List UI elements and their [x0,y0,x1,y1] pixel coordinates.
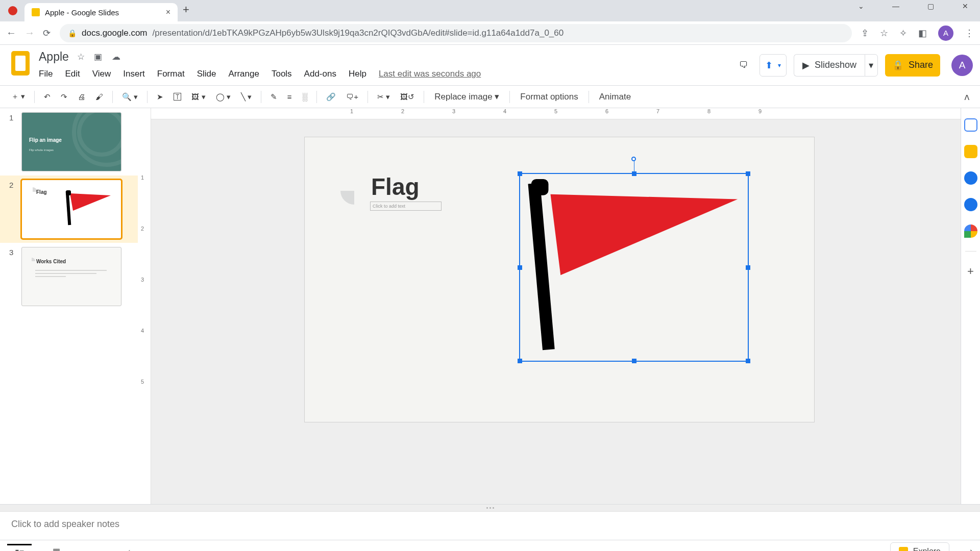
slide-title-text[interactable]: Flag [371,173,420,201]
expand-side-panel-button[interactable]: › [970,546,973,551]
border-dash-button[interactable]: ░ [298,89,312,104]
present-up-button[interactable]: ⬆▾ [760,54,787,77]
star-document-icon[interactable]: ☆ [77,52,85,62]
svg-rect-4 [528,183,555,350]
border-color-button[interactable]: ✎ [266,89,281,105]
last-edit-link[interactable]: Last edit was seconds ago [379,69,481,79]
svg-marker-0 [70,193,111,211]
nav-reload-button[interactable]: ⟳ [43,28,51,39]
slides-logo-icon[interactable] [11,51,30,76]
account-avatar[interactable]: A [951,55,973,76]
move-document-icon[interactable]: ▣ [94,52,102,62]
bookmark-star-icon[interactable]: ☆ [880,28,888,39]
side-panel: + [961,108,980,504]
selected-image[interactable] [519,173,749,362]
chrome-address-bar: ← → ⟳ 🔒 docs.google.com/presentation/d/1… [0,21,980,45]
paint-format-button[interactable]: 🖌 [91,89,107,104]
contacts-addon-icon[interactable] [964,198,977,211]
undo-button[interactable]: ↶ [40,89,55,105]
chrome-profile-avatar[interactable]: A [938,26,953,41]
decorative-arc-icon [340,177,368,205]
menu-file[interactable]: File [39,69,53,79]
insert-link-button[interactable]: 🔗 [322,89,340,105]
window-close-button[interactable]: ✕ [953,2,977,10]
line-tool-button[interactable]: ╲ ▾ [237,89,256,105]
print-button[interactable]: 🖨 [74,89,89,104]
document-title[interactable]: Apple [39,50,69,64]
crop-image-button[interactable]: ✂ ▾ [373,89,394,105]
add-comment-button[interactable]: 🗨+ [342,89,362,104]
slideshow-button[interactable]: ▶ Slideshow [794,54,865,77]
collapse-filmstrip-button[interactable]: ‹ [128,547,130,552]
title-actions: ☆ ▣ ☁ [77,52,128,62]
format-options-button[interactable]: Format options [515,89,583,105]
cloud-status-icon[interactable]: ☁ [112,52,120,62]
maps-addon-icon[interactable] [964,224,977,238]
menu-edit[interactable]: Edit [65,69,80,79]
speaker-notes-resize-handle[interactable] [0,504,980,511]
share-page-icon[interactable]: ⇪ [861,28,869,39]
browser-tab[interactable]: Apple - Google Slides × [24,3,178,21]
menu-help[interactable]: Help [349,69,366,79]
tab-close-button[interactable]: × [166,8,170,17]
url-path: /presentation/d/1ebTKA9kPGzAHp6yb5w3Ulsk… [153,28,564,38]
slides-header: Apple ☆ ▣ ☁ File Edit View Insert Format… [0,45,980,86]
menu-view[interactable]: View [92,69,111,79]
reset-image-button[interactable]: 🖼↺ [396,89,419,105]
recording-indicator-icon [8,6,17,15]
share-button[interactable]: 🔒 Share [885,54,940,77]
toolbar: ＋ ▾ ↶ ↷ 🖨 🖌 🔍 ▾ ➤ 🅃 🖼 ▾ ◯ ▾ ╲ ▾ ✎ ≡ ░ 🔗 … [0,86,980,108]
slide-thumbnail: Works Cited [21,247,121,306]
share-label: Share [909,60,933,70]
slideshow-dropdown-button[interactable]: ▾ [865,54,878,77]
shape-tool-button[interactable]: ◯ ▾ [212,89,235,105]
filmstrip-view-button[interactable]: ▮≡ [7,544,32,552]
chrome-tab-search-button[interactable]: ⌄ [849,2,873,10]
flag-image [520,174,748,361]
filmstrip-slide-1[interactable]: 1 Flip an image Flip whole images [0,108,138,176]
animate-button[interactable]: Animate [594,89,636,105]
rotation-handle[interactable] [631,157,636,161]
collapse-toolbar-button[interactable]: ʌ [964,91,973,103]
chrome-menu-button[interactable]: ⋮ [965,28,974,39]
open-comments-button[interactable]: 🗨 [735,54,752,77]
main-area: 1 Flip an image Flip whole images 2 Flag… [0,108,980,504]
window-minimize-button[interactable]: — [884,2,908,10]
image-tool-button[interactable]: 🖼 ▾ [187,89,209,105]
filmstrip-slide-3[interactable]: 3 Works Cited [0,243,138,310]
slide-subtitle-placeholder[interactable]: Click to add text [370,202,442,211]
menu-insert[interactable]: Insert [123,69,145,79]
extensions-icon[interactable]: ✧ [899,28,907,39]
replace-image-button[interactable]: Replace image ▾ [429,88,504,105]
calendar-addon-icon[interactable] [964,118,977,132]
speaker-notes-input[interactable]: Click to add speaker notes [0,511,980,540]
filmstrip-slide-2[interactable]: 2 Flag [0,176,138,243]
border-weight-button[interactable]: ≡ [283,89,296,104]
menu-format[interactable]: Format [157,69,185,79]
explore-button[interactable]: Explore [890,542,949,552]
explore-icon [899,547,908,552]
svg-rect-5 [531,179,549,195]
menu-addons[interactable]: Add-ons [304,69,336,79]
flag-image-icon [62,190,113,226]
get-addons-button[interactable]: + [964,265,977,278]
menu-arrange[interactable]: Arrange [228,69,259,79]
nav-forward-button[interactable]: → [24,27,34,39]
textbox-tool-button[interactable]: 🅃 [169,89,185,104]
keep-addon-icon[interactable] [964,145,977,158]
window-maximize-button[interactable]: ▢ [919,2,942,10]
select-tool-button[interactable]: ➤ [153,89,167,105]
new-slide-button[interactable]: ＋ ▾ [7,89,29,105]
new-tab-button[interactable]: + [183,3,189,16]
redo-button[interactable]: ↷ [57,89,71,105]
menu-slide[interactable]: Slide [197,69,216,79]
zoom-button[interactable]: 🔍 ▾ [118,89,142,105]
side-panel-icon[interactable]: ◧ [918,28,927,39]
tasks-addon-icon[interactable] [964,171,977,185]
slide-canvas[interactable]: Flag Click to add text [304,137,815,422]
nav-back-button[interactable]: ← [6,27,15,39]
grid-view-button[interactable]: ▦ [44,544,68,552]
window-controls: ⌄ — ▢ ✕ [849,2,977,10]
menu-tools[interactable]: Tools [272,69,292,79]
url-input[interactable]: 🔒 docs.google.com/presentation/d/1ebTKA9… [60,24,852,42]
